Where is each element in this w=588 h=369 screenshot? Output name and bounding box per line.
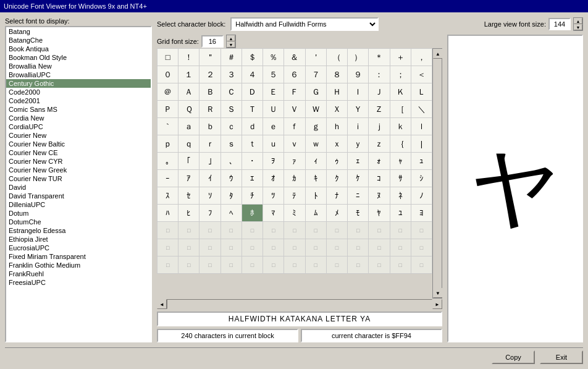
char-cell[interactable]: □ bbox=[390, 222, 411, 239]
scroll-down-btn[interactable]: ▼ bbox=[433, 288, 442, 298]
char-cell[interactable]: ｼ bbox=[411, 170, 432, 187]
char-cell[interactable]: ％ bbox=[263, 49, 284, 66]
exit-button[interactable]: Exit bbox=[540, 350, 583, 364]
char-cell[interactable]: ３ bbox=[221, 66, 242, 83]
char-cell[interactable]: Ｅ bbox=[263, 83, 284, 101]
char-cell[interactable]: ＊ bbox=[369, 49, 390, 66]
char-cell[interactable]: □ bbox=[263, 222, 284, 239]
large-size-down-btn[interactable]: ▼ bbox=[574, 24, 582, 30]
char-cell[interactable]: ﾊ bbox=[158, 205, 178, 222]
char-cell[interactable]: □ bbox=[263, 257, 284, 274]
font-list-item[interactable]: DotumChe bbox=[6, 218, 151, 226]
char-cell[interactable]: □ bbox=[178, 222, 200, 239]
char-cell[interactable]: ｚ bbox=[369, 135, 390, 153]
grid-size-down-btn[interactable]: ▼ bbox=[227, 41, 235, 48]
char-cell[interactable]: ｗ bbox=[306, 135, 327, 153]
char-cell[interactable]: □ bbox=[242, 239, 263, 257]
char-cell[interactable]: □ bbox=[178, 257, 200, 274]
char-cell[interactable]: □ bbox=[221, 239, 242, 257]
char-cell[interactable]: ａ bbox=[178, 118, 200, 135]
char-cell[interactable]: Ｈ bbox=[327, 83, 348, 101]
char-cell[interactable]: Ｔ bbox=[242, 101, 263, 118]
char-cell[interactable]: ﾉ bbox=[411, 187, 432, 205]
char-cell[interactable]: ﾏ bbox=[263, 205, 284, 222]
char-cell[interactable]: ｽ bbox=[158, 187, 178, 205]
font-list-item[interactable]: Courier New CE bbox=[6, 148, 151, 157]
char-cell[interactable]: ｢ bbox=[178, 153, 200, 170]
char-cell[interactable]: ﾇ bbox=[369, 187, 390, 205]
char-cell[interactable]: Ｌ bbox=[411, 83, 432, 101]
char-cell[interactable]: □ bbox=[327, 222, 348, 239]
char-cell[interactable]: □ bbox=[390, 257, 411, 274]
font-list-item[interactable]: Cordia New bbox=[6, 114, 151, 122]
char-cell[interactable]: ｶ bbox=[284, 170, 305, 187]
char-cell[interactable]: ） bbox=[348, 49, 369, 66]
char-cell[interactable]: Ａ bbox=[178, 83, 200, 101]
char-cell[interactable]: ９ bbox=[348, 66, 369, 83]
font-list-item[interactable]: Batang bbox=[6, 27, 151, 36]
font-list-item[interactable]: Book Antiqua bbox=[6, 45, 151, 53]
char-cell[interactable]: □ bbox=[158, 222, 178, 239]
char-cell[interactable]: Ｓ bbox=[221, 101, 242, 118]
char-cell[interactable]: ｙ bbox=[348, 135, 369, 153]
char-cell[interactable]: ， bbox=[411, 49, 432, 66]
font-list-item[interactable]: Courier New CYR bbox=[6, 157, 151, 166]
char-cell[interactable]: Ｙ bbox=[348, 101, 369, 118]
char-cell[interactable]: □ bbox=[158, 49, 178, 66]
char-cell[interactable]: ｋ bbox=[390, 118, 411, 135]
char-cell[interactable]: Ｃ bbox=[221, 83, 242, 101]
font-list-item[interactable]: Comic Sans MS bbox=[6, 105, 151, 114]
char-cell[interactable]: ｵ bbox=[263, 170, 284, 187]
char-cell[interactable]: ｓ bbox=[221, 135, 242, 153]
char-cell[interactable]: ｷ bbox=[306, 170, 327, 187]
font-list-item[interactable]: BrowalliaUPC bbox=[6, 70, 151, 79]
font-list-item[interactable]: Code2001 bbox=[6, 96, 151, 105]
char-cell[interactable]: □ bbox=[178, 239, 200, 257]
char-cell[interactable]: ｹ bbox=[348, 170, 369, 187]
char-cell[interactable]: ﾂ bbox=[263, 187, 284, 205]
char-cell[interactable]: ﾓ bbox=[348, 205, 369, 222]
char-cell[interactable]: ｣ bbox=[200, 153, 220, 170]
char-cell[interactable]: ﾋ bbox=[178, 205, 200, 222]
char-cell[interactable]: ﾐ bbox=[284, 205, 305, 222]
font-list-item[interactable]: FrankRuehl bbox=[6, 269, 151, 278]
char-block-select[interactable]: Halfwidth and Fullwidth FormsBasic Latin… bbox=[230, 17, 379, 31]
char-cell[interactable]: ｴ bbox=[242, 170, 263, 187]
char-cell[interactable]: ｭ bbox=[411, 153, 432, 170]
char-cell[interactable]: ｅ bbox=[263, 118, 284, 135]
char-cell[interactable]: Ｂ bbox=[200, 83, 220, 101]
char-cell[interactable]: □ bbox=[200, 222, 220, 239]
font-list-item[interactable]: Dotum bbox=[6, 209, 151, 218]
char-cell[interactable]: | bbox=[411, 135, 432, 153]
char-cell[interactable]: ４ bbox=[242, 66, 263, 83]
font-list-item[interactable]: Fixed Miriam Transparent bbox=[6, 252, 151, 261]
char-cell[interactable]: □ bbox=[390, 239, 411, 257]
char-cell[interactable]: Ｉ bbox=[348, 83, 369, 101]
scroll-track[interactable] bbox=[433, 59, 442, 288]
scroll-up-btn[interactable]: ▲ bbox=[433, 49, 442, 59]
char-cell[interactable]: ﾎ bbox=[242, 205, 263, 222]
char-cell[interactable]: ｺ bbox=[369, 170, 390, 187]
char-cell[interactable]: ｊ bbox=[369, 118, 390, 135]
char-cell[interactable]: ＆ bbox=[284, 49, 305, 66]
char-cell[interactable]: ５ bbox=[263, 66, 284, 83]
char-cell[interactable]: ＼ bbox=[411, 101, 432, 118]
font-list-item[interactable]: Estrangelo Edessa bbox=[6, 226, 151, 235]
char-cell[interactable]: ８ bbox=[327, 66, 348, 83]
char-cell[interactable]: ＃ bbox=[221, 49, 242, 66]
char-cell[interactable]: １ bbox=[178, 66, 200, 83]
char-cell[interactable]: ﾃ bbox=[284, 187, 305, 205]
char-cell[interactable]: ｀ bbox=[158, 118, 178, 135]
font-list-item[interactable]: Bookman Old Style bbox=[6, 53, 151, 62]
char-cell[interactable]: □ bbox=[306, 222, 327, 239]
char-cell[interactable]: ｛ bbox=[390, 135, 411, 153]
char-cell[interactable]: ｉ bbox=[348, 118, 369, 135]
char-cell[interactable]: ｿ bbox=[200, 187, 220, 205]
char-cell[interactable]: Ｇ bbox=[306, 83, 327, 101]
font-list-item[interactable]: Century Gothic bbox=[6, 79, 151, 88]
char-cell[interactable]: Ｒ bbox=[200, 101, 220, 118]
char-cell[interactable]: ﾀ bbox=[221, 187, 242, 205]
font-list-item[interactable]: CordiaUPC bbox=[6, 122, 151, 131]
char-cell[interactable]: □ bbox=[200, 239, 220, 257]
char-cell[interactable]: □ bbox=[284, 257, 305, 274]
